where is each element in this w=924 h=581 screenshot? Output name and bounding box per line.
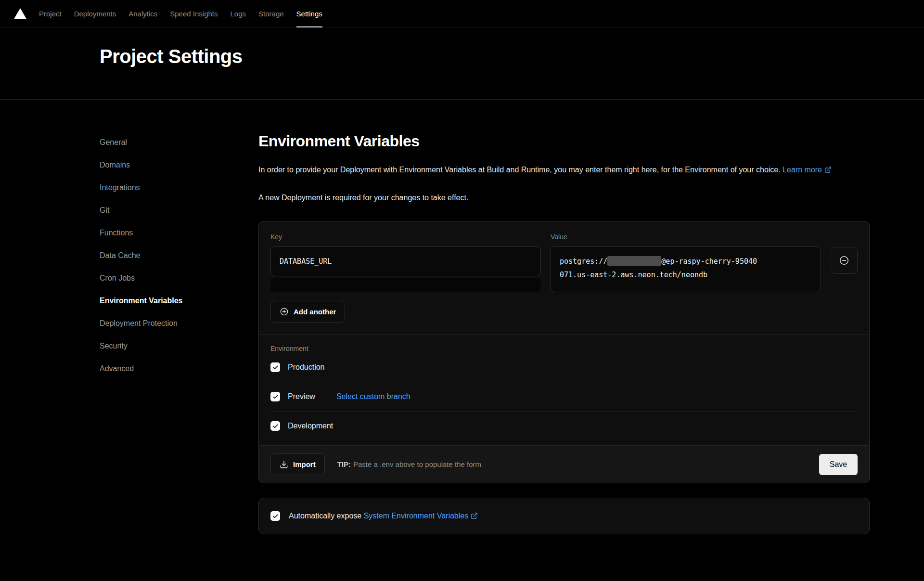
external-link-icon — [471, 512, 478, 519]
section-heading: Environment Variables — [258, 131, 870, 151]
nav-tab-project[interactable]: Project — [33, 0, 68, 27]
sidebar-item-data-cache[interactable]: Data Cache — [100, 251, 258, 274]
environment-label: Environment — [270, 345, 308, 352]
nav-tab-analytics[interactable]: Analytics — [122, 0, 164, 27]
content-area: General Domains Integrations Git Functio… — [0, 100, 924, 534]
auto-expose-label: Automatically expose — [289, 512, 361, 520]
redacted-secret — [607, 256, 661, 266]
preview-checkbox[interactable] — [270, 392, 280, 401]
sidebar-item-security[interactable]: Security — [100, 342, 258, 364]
preview-label: Preview — [288, 392, 315, 401]
sidebar-item-domains[interactable]: Domains — [100, 161, 258, 183]
settings-sidebar: General Domains Integrations Git Functio… — [100, 100, 258, 534]
learn-more-link[interactable]: Learn more — [783, 166, 832, 174]
page-title: Project Settings — [0, 27, 924, 71]
circle-plus-icon — [280, 307, 289, 316]
key-value-row: Key DATABASE_URL Value postgres://@ep-ra… — [270, 233, 858, 292]
sidebar-item-deployment-protection[interactable]: Deployment Protection — [100, 319, 258, 342]
tip-prefix: TIP: — [337, 460, 351, 468]
remove-row-column — [831, 233, 858, 292]
env-row-production: Production — [270, 353, 858, 382]
key-input-extension[interactable] — [270, 278, 541, 292]
download-icon — [280, 460, 288, 469]
production-label: Production — [288, 363, 325, 372]
value-column: Value postgres://@ep-raspy-cherry-950400… — [551, 233, 821, 292]
auto-expose-checkbox[interactable] — [270, 511, 280, 521]
nav-tab-settings[interactable]: Settings — [290, 0, 329, 27]
value-input[interactable]: postgres://@ep-raspy-cherry-95040071.us-… — [551, 246, 821, 292]
sidebar-item-general[interactable]: General — [100, 138, 258, 161]
value-label: Value — [551, 233, 821, 241]
env-var-form: Key DATABASE_URL Value postgres://@ep-ra… — [259, 221, 869, 334]
select-custom-branch-link[interactable]: Select custom branch — [336, 392, 411, 401]
section-description: In order to provide your Deployment with… — [258, 162, 870, 178]
card-footer: Import TIP:Paste a .env above to populat… — [259, 445, 869, 483]
redeploy-note: A new Deployment is required for your ch… — [258, 192, 870, 204]
system-env-vars-link[interactable]: System Environment Variables — [364, 512, 478, 520]
nav-tab-storage[interactable]: Storage — [252, 0, 290, 27]
add-another-label: Add another — [294, 308, 336, 316]
import-button[interactable]: Import — [270, 453, 325, 475]
tip-text: TIP:Paste a .env above to populate the f… — [337, 460, 481, 468]
page-header: Project Settings — [0, 27, 924, 100]
system-env-vars-label: System Environment Variables — [364, 512, 469, 520]
external-link-icon — [824, 166, 832, 173]
remove-row-button[interactable] — [831, 247, 858, 274]
env-row-preview: Preview Select custom branch — [270, 382, 858, 412]
sidebar-item-advanced[interactable]: Advanced — [100, 364, 258, 387]
key-column: Key DATABASE_URL — [270, 233, 541, 292]
sidebar-item-environment-variables[interactable]: Environment Variables — [100, 297, 258, 319]
value-host-part1: @ep-raspy-cherry-95040 — [661, 257, 757, 266]
key-input[interactable]: DATABASE_URL — [270, 246, 541, 276]
key-label: Key — [270, 233, 541, 241]
top-nav: Project Deployments Analytics Speed Insi… — [0, 0, 924, 27]
import-label: Import — [293, 460, 316, 468]
nav-tab-logs[interactable]: Logs — [224, 0, 253, 27]
env-row-development: Development — [270, 412, 858, 440]
main-panel: Environment Variables In order to provid… — [258, 100, 870, 534]
circle-minus-icon — [839, 255, 849, 266]
save-button[interactable]: Save — [819, 454, 858, 475]
nav-tab-deployments[interactable]: Deployments — [68, 0, 123, 27]
development-label: Development — [288, 422, 333, 430]
expose-card: Automatically expose System Environment … — [258, 498, 870, 534]
tip-body: Paste a .env above to populate the form — [353, 460, 481, 468]
nav-tab-speed-insights[interactable]: Speed Insights — [164, 0, 224, 27]
value-host-part2: 071.us-east-2.aws.neon.tech/neondb — [560, 268, 812, 282]
value-prefix: postgres:// — [560, 257, 607, 266]
description-text: In order to provide your Deployment with… — [258, 166, 781, 174]
vercel-logo-icon[interactable] — [13, 0, 27, 27]
sidebar-item-cron-jobs[interactable]: Cron Jobs — [100, 274, 258, 297]
learn-more-label: Learn more — [783, 166, 822, 174]
sidebar-item-integrations[interactable]: Integrations — [100, 183, 258, 206]
sidebar-item-git[interactable]: Git — [100, 206, 258, 229]
production-checkbox[interactable] — [270, 362, 280, 372]
add-another-button[interactable]: Add another — [270, 301, 345, 323]
env-var-card: Key DATABASE_URL Value postgres://@ep-ra… — [258, 221, 870, 483]
environment-section: Environment Production Preview Select cu… — [259, 334, 869, 445]
sidebar-item-functions[interactable]: Functions — [100, 229, 258, 251]
auto-expose-text: Automatically expose System Environment … — [289, 512, 478, 520]
development-checkbox[interactable] — [270, 421, 280, 431]
